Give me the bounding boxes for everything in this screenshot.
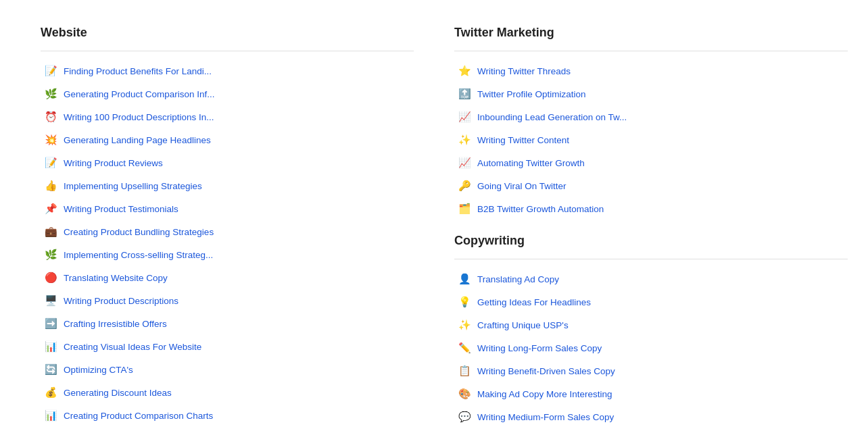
item-label[interactable]: Writing Benefit-Driven Sales Copy [477, 366, 615, 376]
item-label[interactable]: Writing Product Reviews [64, 158, 163, 168]
item-icon: ✨ [457, 318, 472, 332]
list-item[interactable]: 📊 Creating Product Comparison Charts [41, 404, 414, 427]
list-item[interactable]: 📊 Creating Visual Ideas For Website [41, 335, 414, 358]
list-item[interactable]: ⏰ Writing 100 Product Descriptions In... [41, 105, 414, 128]
section-list-1: 👤 Translating Ad Copy 💡 Getting Ideas Fo… [454, 268, 848, 431]
item-label[interactable]: Creating Product Bundling Strategies [64, 227, 214, 237]
item-icon: 💡 [457, 295, 472, 309]
item-icon: 📌 [43, 201, 58, 216]
item-label[interactable]: Generating Landing Page Headlines [64, 135, 211, 145]
list-item[interactable]: 💥 Generating Landing Page Headlines [41, 128, 414, 151]
item-icon: 📈 [457, 109, 472, 124]
list-item[interactable]: 🌿 Implementing Cross-selling Strateg... [41, 243, 414, 266]
list-item[interactable]: 🔑 Going Viral On Twitter [454, 174, 848, 197]
item-icon: ⏰ [43, 109, 58, 124]
item-icon: 💰 [43, 385, 58, 400]
item-label[interactable]: Inbounding Lead Generation on Tw... [477, 112, 627, 122]
section-divider-1 [454, 259, 848, 259]
list-item[interactable]: 📋 Writing Benefit-Driven Sales Copy [454, 359, 848, 382]
website-section-title: Website [41, 26, 414, 40]
item-icon: 💼 [43, 224, 58, 239]
item-icon: 📝 [43, 64, 58, 78]
item-label[interactable]: Translating Ad Copy [477, 274, 559, 284]
list-item[interactable]: 💬 Writing Medium-Form Sales Copy [454, 405, 848, 428]
list-item[interactable]: 💰 Generating Discount Ideas [41, 381, 414, 404]
item-label[interactable]: Twitter Profile Optimization [477, 89, 586, 99]
item-label[interactable]: Writing Long-Form Sales Copy [477, 343, 602, 353]
list-item[interactable]: 📝 Finding Product Benefits For Landi... [41, 59, 414, 82]
list-item[interactable]: ✨ Crafting Unique USP's [454, 313, 848, 336]
item-label[interactable]: Crafting Unique USP's [477, 320, 569, 330]
item-icon: 📊 [43, 339, 58, 354]
item-icon: 💥 [43, 132, 58, 147]
section-title-0: Twitter Marketing [454, 26, 848, 40]
item-label[interactable]: Creating Product Comparison Charts [64, 411, 213, 421]
item-icon: 🔄 [43, 362, 58, 377]
item-icon: 📋 [457, 363, 472, 378]
item-icon: 🖥️ [43, 293, 58, 308]
list-item[interactable]: 💼 Creating Product Bundling Strategies [41, 220, 414, 243]
item-icon: 🔴 [43, 270, 58, 285]
list-item[interactable]: 📈 Automating Twitter Growth [454, 151, 848, 174]
item-label[interactable]: Writing Twitter Content [477, 135, 569, 145]
item-label[interactable]: Automating Twitter Growth [477, 158, 585, 168]
list-item[interactable]: 🔴 Translating Website Copy [41, 266, 414, 289]
item-icon: 🌿 [43, 86, 58, 101]
list-item[interactable]: ✏️ Writing Long-Form Sales Copy [454, 336, 848, 359]
item-icon: 📈 [457, 155, 472, 170]
list-item[interactable]: ⚠️ 24 Copywriting Advanced Prompts [454, 428, 848, 431]
left-column: Website 📝 Finding Product Benefits For L… [0, 14, 434, 431]
list-item[interactable]: 🔝 Twitter Profile Optimization [454, 82, 848, 105]
right-column: Twitter Marketing ⭐ Writing Twitter Thre… [434, 14, 868, 431]
list-item[interactable]: 🎨 Making Ad Copy More Interesting [454, 382, 848, 405]
website-divider [41, 51, 414, 51]
item-label[interactable]: Getting Ideas For Headlines [477, 297, 591, 307]
list-item[interactable]: ⭐ Writing Twitter Threads [454, 59, 848, 82]
list-item[interactable]: 👍 Implementing Upselling Strategies [41, 174, 414, 197]
item-icon: ✏️ [457, 340, 472, 355]
item-label[interactable]: Implementing Cross-selling Strateg... [64, 250, 213, 260]
item-icon: ⭐ [457, 64, 472, 78]
item-label[interactable]: Writing Medium-Form Sales Copy [477, 412, 614, 422]
list-item[interactable]: ➡️ Crafting Irresistible Offers [41, 312, 414, 335]
list-item[interactable]: 🗂️ B2B Twitter Growth Automation [454, 197, 848, 220]
list-item[interactable]: 📝 Writing Product Reviews [41, 151, 414, 174]
list-item[interactable]: 🌿 Generating Product Comparison Inf... [41, 82, 414, 105]
item-icon: 💬 [457, 409, 472, 424]
item-label[interactable]: Going Viral On Twitter [477, 181, 566, 191]
item-icon: 📊 [43, 408, 58, 423]
item-label[interactable]: Finding Product Benefits For Landi... [64, 66, 212, 76]
item-label[interactable]: B2B Twitter Growth Automation [477, 204, 604, 214]
item-label[interactable]: Writing Product Testimonials [64, 204, 178, 214]
list-item[interactable]: 📈 Inbounding Lead Generation on Tw... [454, 105, 848, 128]
item-label[interactable]: Writing Twitter Threads [477, 66, 571, 76]
item-label[interactable]: Generating Product Comparison Inf... [64, 89, 215, 99]
website-item-list: 📝 Finding Product Benefits For Landi... … [41, 59, 414, 427]
item-icon: 🌿 [43, 247, 58, 262]
list-item[interactable]: 💡 Getting Ideas For Headlines [454, 290, 848, 313]
item-label[interactable]: Translating Website Copy [64, 273, 168, 283]
section-list-0: ⭐ Writing Twitter Threads 🔝 Twitter Prof… [454, 59, 848, 220]
item-icon: 🎨 [457, 386, 472, 401]
section-divider-0 [454, 51, 848, 51]
list-item[interactable]: 🔄 Optimizing CTA's [41, 358, 414, 381]
list-item[interactable]: 👤 Translating Ad Copy [454, 268, 848, 290]
item-label[interactable]: Making Ad Copy More Interesting [477, 389, 612, 399]
item-label[interactable]: Crafting Irresistible Offers [64, 319, 167, 329]
item-label[interactable]: Writing 100 Product Descriptions In... [64, 112, 214, 122]
item-icon: 🗂️ [457, 201, 472, 216]
item-icon: ➡️ [43, 316, 58, 331]
item-icon: 🔑 [457, 178, 472, 193]
list-item[interactable]: ✨ Writing Twitter Content [454, 128, 848, 151]
list-item[interactable]: 📌 Writing Product Testimonials [41, 197, 414, 220]
item-label[interactable]: Creating Visual Ideas For Website [64, 342, 201, 352]
item-label[interactable]: Generating Discount Ideas [64, 388, 172, 398]
item-icon: 🔝 [457, 86, 472, 101]
item-label[interactable]: Writing Product Descriptions [64, 296, 178, 306]
item-icon: 👍 [43, 178, 58, 193]
list-item[interactable]: 🖥️ Writing Product Descriptions [41, 289, 414, 312]
item-label[interactable]: Optimizing CTA's [64, 365, 133, 375]
item-icon: ✨ [457, 132, 472, 147]
item-icon: 📝 [43, 155, 58, 170]
item-label[interactable]: Implementing Upselling Strategies [64, 181, 202, 191]
